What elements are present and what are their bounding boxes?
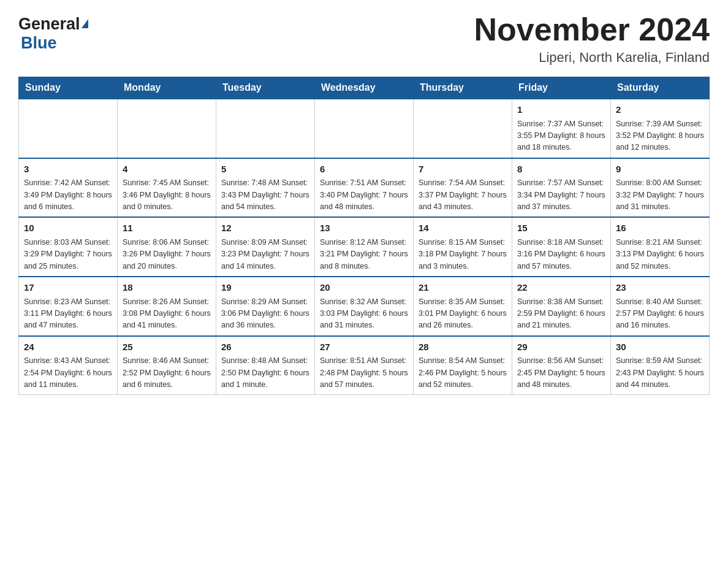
day-cell bbox=[19, 99, 118, 158]
day-cell bbox=[414, 99, 512, 158]
day-cell: 27Sunrise: 8:51 AM Sunset: 2:48 PM Dayli… bbox=[315, 336, 414, 395]
day-info: Sunrise: 8:38 AM Sunset: 2:59 PM Dayligh… bbox=[517, 296, 605, 332]
day-info: Sunrise: 8:03 AM Sunset: 3:29 PM Dayligh… bbox=[24, 237, 112, 272]
week-row-4: 17Sunrise: 8:23 AM Sunset: 3:11 PM Dayli… bbox=[19, 277, 710, 336]
col-tuesday: Tuesday bbox=[216, 77, 315, 99]
day-cell: 2Sunrise: 7:39 AM Sunset: 3:52 PM Daylig… bbox=[611, 99, 710, 158]
calendar-header-row: Sunday Monday Tuesday Wednesday Thursday… bbox=[19, 77, 710, 99]
day-cell bbox=[118, 99, 216, 158]
day-number: 3 bbox=[24, 163, 112, 177]
day-number: 17 bbox=[24, 281, 112, 295]
day-number: 27 bbox=[320, 340, 408, 354]
day-number: 16 bbox=[616, 221, 704, 236]
day-number: 24 bbox=[24, 340, 112, 354]
day-number: 15 bbox=[517, 221, 605, 236]
col-wednesday: Wednesday bbox=[315, 77, 414, 99]
month-title: November 2024 bbox=[474, 12, 710, 47]
day-info: Sunrise: 8:00 AM Sunset: 3:32 PM Dayligh… bbox=[616, 177, 704, 213]
day-number: 10 bbox=[24, 221, 112, 236]
calendar-table: Sunday Monday Tuesday Wednesday Thursday… bbox=[18, 77, 710, 395]
day-cell: 4Sunrise: 7:45 AM Sunset: 3:46 PM Daylig… bbox=[118, 158, 216, 218]
day-number: 12 bbox=[221, 221, 309, 236]
day-info: Sunrise: 8:35 AM Sunset: 3:01 PM Dayligh… bbox=[419, 296, 507, 332]
week-row-2: 3Sunrise: 7:42 AM Sunset: 3:49 PM Daylig… bbox=[19, 158, 710, 218]
day-cell: 13Sunrise: 8:12 AM Sunset: 3:21 PM Dayli… bbox=[315, 217, 414, 277]
day-number: 26 bbox=[221, 340, 309, 354]
day-cell: 17Sunrise: 8:23 AM Sunset: 3:11 PM Dayli… bbox=[19, 277, 118, 336]
day-number: 4 bbox=[123, 163, 211, 177]
logo-arrow-icon bbox=[82, 19, 88, 28]
day-cell: 28Sunrise: 8:54 AM Sunset: 2:46 PM Dayli… bbox=[414, 336, 512, 395]
day-cell: 15Sunrise: 8:18 AM Sunset: 3:16 PM Dayli… bbox=[512, 217, 611, 277]
day-cell: 11Sunrise: 8:06 AM Sunset: 3:26 PM Dayli… bbox=[118, 217, 216, 277]
day-cell: 6Sunrise: 7:51 AM Sunset: 3:40 PM Daylig… bbox=[315, 158, 414, 218]
logo-general-text: General bbox=[18, 15, 80, 34]
col-thursday: Thursday bbox=[414, 77, 512, 99]
day-number: 22 bbox=[517, 281, 605, 295]
day-number: 28 bbox=[419, 340, 507, 354]
day-info: Sunrise: 8:26 AM Sunset: 3:08 PM Dayligh… bbox=[123, 296, 211, 332]
col-friday: Friday bbox=[512, 77, 611, 99]
day-cell: 10Sunrise: 8:03 AM Sunset: 3:29 PM Dayli… bbox=[19, 217, 118, 277]
day-info: Sunrise: 7:48 AM Sunset: 3:43 PM Dayligh… bbox=[221, 177, 309, 213]
day-number: 19 bbox=[221, 281, 309, 295]
day-info: Sunrise: 8:12 AM Sunset: 3:21 PM Dayligh… bbox=[320, 237, 408, 272]
week-row-3: 10Sunrise: 8:03 AM Sunset: 3:29 PM Dayli… bbox=[19, 217, 710, 277]
day-info: Sunrise: 7:51 AM Sunset: 3:40 PM Dayligh… bbox=[320, 177, 408, 213]
day-cell: 18Sunrise: 8:26 AM Sunset: 3:08 PM Dayli… bbox=[118, 277, 216, 336]
day-cell: 16Sunrise: 8:21 AM Sunset: 3:13 PM Dayli… bbox=[611, 217, 710, 277]
day-info: Sunrise: 8:54 AM Sunset: 2:46 PM Dayligh… bbox=[419, 355, 507, 391]
day-cell bbox=[216, 99, 315, 158]
day-info: Sunrise: 8:09 AM Sunset: 3:23 PM Dayligh… bbox=[221, 237, 309, 272]
title-block: November 2024 Liperi, North Karelia, Fin… bbox=[474, 12, 710, 66]
day-info: Sunrise: 7:45 AM Sunset: 3:46 PM Dayligh… bbox=[123, 177, 211, 213]
day-number: 1 bbox=[517, 103, 605, 117]
day-cell: 9Sunrise: 8:00 AM Sunset: 3:32 PM Daylig… bbox=[611, 158, 710, 218]
day-cell bbox=[315, 99, 414, 158]
day-info: Sunrise: 7:54 AM Sunset: 3:37 PM Dayligh… bbox=[419, 177, 507, 213]
day-cell: 3Sunrise: 7:42 AM Sunset: 3:49 PM Daylig… bbox=[19, 158, 118, 218]
day-cell: 20Sunrise: 8:32 AM Sunset: 3:03 PM Dayli… bbox=[315, 277, 414, 336]
day-cell: 25Sunrise: 8:46 AM Sunset: 2:52 PM Dayli… bbox=[118, 336, 216, 395]
day-cell: 21Sunrise: 8:35 AM Sunset: 3:01 PM Dayli… bbox=[414, 277, 512, 336]
day-info: Sunrise: 8:06 AM Sunset: 3:26 PM Dayligh… bbox=[123, 237, 211, 272]
location-subtitle: Liperi, North Karelia, Finland bbox=[474, 50, 710, 66]
day-cell: 23Sunrise: 8:40 AM Sunset: 2:57 PM Dayli… bbox=[611, 277, 710, 336]
day-info: Sunrise: 8:48 AM Sunset: 2:50 PM Dayligh… bbox=[221, 355, 309, 391]
day-info: Sunrise: 7:57 AM Sunset: 3:34 PM Dayligh… bbox=[517, 177, 605, 213]
logo: General Blue bbox=[18, 12, 88, 53]
day-cell: 30Sunrise: 8:59 AM Sunset: 2:43 PM Dayli… bbox=[611, 336, 710, 395]
day-info: Sunrise: 8:59 AM Sunset: 2:43 PM Dayligh… bbox=[616, 355, 704, 391]
day-cell: 22Sunrise: 8:38 AM Sunset: 2:59 PM Dayli… bbox=[512, 277, 611, 336]
day-info: Sunrise: 8:43 AM Sunset: 2:54 PM Dayligh… bbox=[24, 355, 112, 391]
day-number: 11 bbox=[123, 221, 211, 236]
day-cell: 7Sunrise: 7:54 AM Sunset: 3:37 PM Daylig… bbox=[414, 158, 512, 218]
day-number: 25 bbox=[123, 340, 211, 354]
day-info: Sunrise: 7:39 AM Sunset: 3:52 PM Dayligh… bbox=[616, 118, 704, 154]
day-number: 20 bbox=[320, 281, 408, 295]
day-number: 21 bbox=[419, 281, 507, 295]
week-row-5: 24Sunrise: 8:43 AM Sunset: 2:54 PM Dayli… bbox=[19, 336, 710, 395]
day-info: Sunrise: 8:56 AM Sunset: 2:45 PM Dayligh… bbox=[517, 355, 605, 391]
day-number: 18 bbox=[123, 281, 211, 295]
day-cell: 29Sunrise: 8:56 AM Sunset: 2:45 PM Dayli… bbox=[512, 336, 611, 395]
day-info: Sunrise: 8:15 AM Sunset: 3:18 PM Dayligh… bbox=[419, 237, 507, 272]
day-number: 5 bbox=[221, 163, 309, 177]
col-saturday: Saturday bbox=[611, 77, 710, 99]
day-info: Sunrise: 8:40 AM Sunset: 2:57 PM Dayligh… bbox=[616, 296, 704, 332]
day-info: Sunrise: 7:42 AM Sunset: 3:49 PM Dayligh… bbox=[24, 177, 112, 213]
day-info: Sunrise: 8:32 AM Sunset: 3:03 PM Dayligh… bbox=[320, 296, 408, 332]
day-cell: 12Sunrise: 8:09 AM Sunset: 3:23 PM Dayli… bbox=[216, 217, 315, 277]
week-row-1: 1Sunrise: 7:37 AM Sunset: 3:55 PM Daylig… bbox=[19, 99, 710, 158]
day-cell: 5Sunrise: 7:48 AM Sunset: 3:43 PM Daylig… bbox=[216, 158, 315, 218]
col-monday: Monday bbox=[118, 77, 216, 99]
day-cell: 8Sunrise: 7:57 AM Sunset: 3:34 PM Daylig… bbox=[512, 158, 611, 218]
page-header: General Blue November 2024 Liperi, North… bbox=[18, 12, 710, 66]
day-info: Sunrise: 8:18 AM Sunset: 3:16 PM Dayligh… bbox=[517, 237, 605, 272]
logo-blue-text: Blue bbox=[21, 34, 57, 52]
day-info: Sunrise: 8:29 AM Sunset: 3:06 PM Dayligh… bbox=[221, 296, 309, 332]
day-info: Sunrise: 8:46 AM Sunset: 2:52 PM Dayligh… bbox=[123, 355, 211, 391]
day-number: 9 bbox=[616, 163, 704, 177]
day-cell: 1Sunrise: 7:37 AM Sunset: 3:55 PM Daylig… bbox=[512, 99, 611, 158]
day-number: 14 bbox=[419, 221, 507, 236]
